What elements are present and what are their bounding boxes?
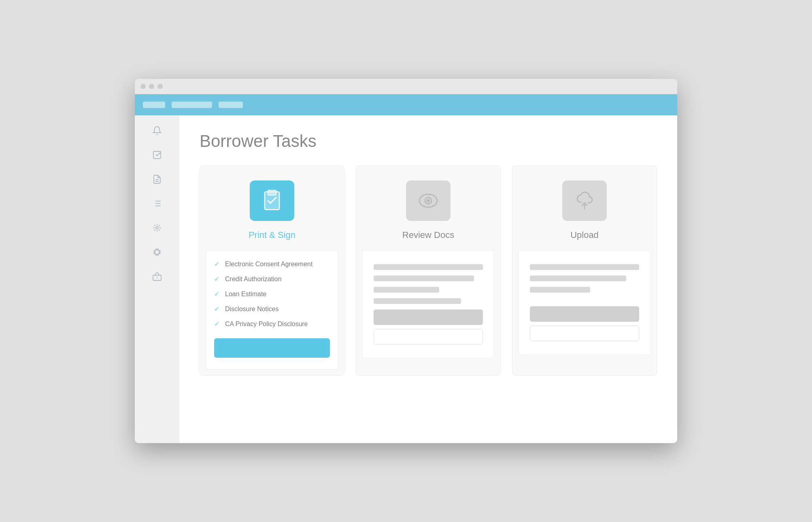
maximize-dot xyxy=(157,84,163,89)
review-docs-card-top: Review Docs xyxy=(356,166,500,250)
review-docs-icon-wrap xyxy=(404,180,453,221)
svg-line-16 xyxy=(154,229,155,231)
svg-line-15 xyxy=(159,229,160,231)
sidebar xyxy=(135,115,179,443)
review-docs-placeholder-button xyxy=(374,310,483,325)
print-sign-action-button[interactable] xyxy=(214,338,330,358)
check-icon: ✓ xyxy=(214,260,219,268)
check-icon: ✓ xyxy=(214,305,219,313)
app-window: Borrower Tasks xyxy=(135,79,677,443)
bell-icon[interactable] xyxy=(151,125,163,136)
check-icon: ✓ xyxy=(214,290,219,298)
svg-line-14 xyxy=(154,225,155,226)
placeholder-line xyxy=(374,287,439,293)
document-icon[interactable] xyxy=(151,174,163,185)
cards-row: Print & Sign ✓ Electronic Consent Agreem… xyxy=(200,166,657,376)
list-item: ✓ Electronic Consent Agreement xyxy=(214,260,330,268)
check-icon: ✓ xyxy=(214,275,219,283)
list-item: ✓ Credit Authorization xyxy=(214,275,330,283)
placeholder-line xyxy=(374,276,474,281)
placeholder-line xyxy=(530,276,626,281)
print-sign-checklist: ✓ Electronic Consent Agreement ✓ Credit … xyxy=(206,250,338,369)
tasks-icon[interactable] xyxy=(151,149,163,161)
checklist-item-4: Disclosure Notices xyxy=(225,306,278,313)
placeholder-line xyxy=(374,264,483,270)
nav-item-2[interactable] xyxy=(172,102,212,108)
placeholder-line xyxy=(530,287,590,293)
content-area: Borrower Tasks xyxy=(135,115,677,443)
print-sign-icon xyxy=(250,180,294,221)
checklist-item-1: Electronic Consent Agreement xyxy=(225,261,312,268)
list-icon[interactable] xyxy=(151,198,163,209)
minimize-dot xyxy=(149,84,154,89)
check-icon: ✓ xyxy=(214,320,219,328)
print-sign-card: Print & Sign ✓ Electronic Consent Agreem… xyxy=(200,166,344,376)
titlebar xyxy=(135,79,677,94)
review-docs-label: Review Docs xyxy=(402,230,454,240)
list-item: ✓ Disclosure Notices xyxy=(214,305,330,313)
close-dot xyxy=(140,84,146,89)
nav-item-3[interactable] xyxy=(219,102,243,108)
placeholder-line xyxy=(530,264,639,270)
nav-item-1[interactable] xyxy=(143,102,165,108)
svg-point-38 xyxy=(427,199,430,202)
upload-placeholder-input[interactable] xyxy=(530,326,639,341)
svg-rect-35 xyxy=(268,190,276,195)
svg-line-17 xyxy=(159,225,160,226)
print-sign-icon-wrap xyxy=(248,180,296,221)
navbar xyxy=(135,94,677,115)
page-title: Borrower Tasks xyxy=(200,132,657,151)
review-docs-placeholders xyxy=(370,260,486,348)
list-item: ✓ Loan Estimate xyxy=(214,290,330,298)
hub-icon[interactable] xyxy=(151,222,163,233)
review-docs-icon xyxy=(406,180,451,221)
review-docs-placeholder-input[interactable] xyxy=(374,329,483,344)
list-item: ✓ CA Privacy Policy Disclosure xyxy=(214,320,330,328)
review-docs-card: Review Docs xyxy=(356,166,501,376)
toolbox-icon[interactable] xyxy=(151,271,163,282)
upload-body xyxy=(518,250,651,355)
print-sign-label: Print & Sign xyxy=(249,230,295,240)
checklist-item-3: Loan Estimate xyxy=(225,291,266,298)
review-docs-body xyxy=(362,250,495,359)
upload-placeholder-button xyxy=(530,306,639,322)
placeholder-line xyxy=(374,298,461,304)
upload-label: Upload xyxy=(570,230,599,240)
checklist-item-2: Credit Authorization xyxy=(225,276,282,283)
upload-card-top: Upload xyxy=(512,166,657,250)
chip-icon[interactable] xyxy=(151,246,163,258)
svg-rect-0 xyxy=(153,151,161,159)
svg-point-9 xyxy=(156,227,158,229)
main-content: Borrower Tasks xyxy=(179,115,677,443)
print-sign-card-top: Print & Sign xyxy=(200,166,344,250)
upload-placeholders xyxy=(527,260,642,345)
svg-rect-18 xyxy=(155,250,159,254)
checklist-item-5: CA Privacy Policy Disclosure xyxy=(225,320,308,328)
upload-icon-wrap xyxy=(560,180,609,221)
upload-icon xyxy=(562,180,607,221)
upload-card: Upload xyxy=(512,166,657,376)
